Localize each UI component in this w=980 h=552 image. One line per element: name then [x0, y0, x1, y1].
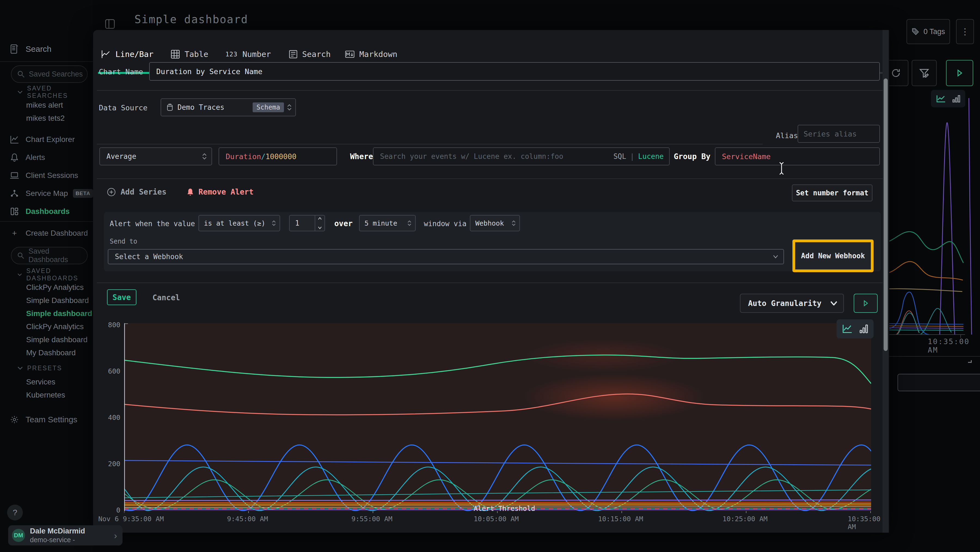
y-tick: 200 — [101, 460, 120, 468]
x-tick: 9:45:00 AM — [227, 515, 268, 523]
toggle-pipe: | — [630, 152, 634, 161]
chart-type-toggle[interactable] — [837, 319, 873, 338]
sidebar-item-client-sessions[interactable]: Client Sessions — [0, 169, 93, 182]
tab-table[interactable]: Table — [171, 49, 208, 59]
tab-markdown[interactable]: Markdown — [345, 49, 398, 59]
user-name: Dale McDiarmid — [30, 527, 85, 535]
saved-dashboard-item[interactable]: My Dashboard — [26, 347, 76, 359]
send-to-label: Send to — [110, 238, 137, 245]
sidebar-item-team-settings[interactable]: Team Settings — [0, 413, 93, 426]
presets-header[interactable]: PRESETS — [18, 363, 62, 373]
sidebar-item-chart-explorer[interactable]: Chart Explorer — [0, 133, 93, 146]
add-webhook-highlight[interactable]: Add New Webhook — [792, 239, 873, 272]
data-source-label: Data Source — [99, 104, 148, 112]
chevron-down-icon — [773, 255, 778, 258]
plus-icon: + — [10, 228, 19, 238]
saved-searches-header[interactable]: SAVED SEARCHES — [18, 87, 93, 97]
alert-window-select[interactable]: 5 minute — [359, 215, 416, 231]
granularity-select[interactable]: Auto Granularity — [740, 294, 844, 313]
webhook-select[interactable]: Select a Webhook — [108, 249, 784, 264]
saved-dashboard-item[interactable]: Simple Dashboard — [26, 295, 89, 306]
remove-alert-button[interactable]: Remove Alert — [186, 187, 253, 196]
modal-scrollbar-thumb[interactable] — [884, 78, 888, 351]
number-123-icon: 123 — [225, 51, 238, 58]
run-chart-button[interactable] — [854, 294, 878, 313]
tags-button[interactable]: 0 Tags — [907, 19, 950, 44]
background-x-label: 10:35:00 AM — [928, 337, 980, 354]
where-search-input[interactable]: Search your events w/ Lucene ex. column:… — [373, 147, 670, 165]
sidebar-item-alerts[interactable]: Alerts — [0, 151, 93, 164]
background-divider — [889, 356, 980, 357]
number-spinner[interactable] — [315, 215, 325, 231]
saved-searches-input[interactable]: Saved Searches — [11, 65, 88, 83]
background-input[interactable] — [897, 374, 980, 391]
bell-icon — [10, 153, 19, 162]
metric-slash: / — [261, 152, 266, 161]
background-chart — [889, 98, 980, 341]
sidebar-item-search[interactable]: Search — [0, 43, 93, 56]
cancel-button[interactable]: Cancel — [153, 293, 180, 302]
group-by-input[interactable]: ServiceName — [715, 147, 880, 165]
x-tick: Nov 6 9:35:00 AM — [98, 515, 164, 523]
tab-search[interactable]: Search — [289, 49, 331, 59]
data-source-select[interactable]: Demo Traces Schema — [161, 98, 296, 116]
alias-input[interactable]: Series alias — [798, 125, 880, 143]
saved-dashboard-item-active[interactable]: Simple dashboard — [26, 308, 92, 320]
avatar: DM — [12, 529, 25, 542]
alert-over-label: over — [334, 219, 353, 228]
kebab-menu-button[interactable]: ⋮ — [956, 19, 974, 44]
sidebar-divider — [0, 221, 93, 222]
sidebar-item-service-map[interactable]: Service Map BETA — [0, 187, 93, 200]
run-query-button[interactable] — [946, 60, 973, 86]
where-label: Where — [350, 152, 373, 161]
saved-dashboard-item[interactable]: ClickPy Analytics — [26, 281, 84, 294]
metric-field-input[interactable]: Duration/1000000 — [219, 147, 337, 165]
tab-number[interactable]: 123 Number — [225, 49, 271, 59]
resize-handle-icon[interactable] — [967, 359, 972, 364]
preset-item[interactable]: Kubernetes — [26, 389, 65, 401]
help-button[interactable]: ? — [7, 504, 23, 520]
laptop-icon — [10, 172, 19, 179]
preset-item[interactable]: Services — [26, 376, 55, 388]
create-dashboard-button[interactable]: + Create Dashboard — [0, 227, 93, 240]
y-tick: 400 — [101, 413, 120, 421]
line-chart-icon — [101, 50, 111, 59]
threshold-label: Alert Threshold — [474, 504, 535, 512]
alert-prefix: Alert when the value — [110, 220, 195, 228]
alert-preview-chart[interactable] — [124, 323, 871, 513]
saved-search-item[interactable]: mikes tets2 — [26, 112, 65, 124]
screen: HyperDX Simple dashboard 0 Tags ⋮ — [0, 0, 980, 552]
saved-dashboards-header[interactable]: SAVED DASHBOARDS — [18, 270, 93, 279]
saved-dashboards-input[interactable]: Saved Dashboards — [11, 247, 88, 264]
refresh-icon — [891, 68, 901, 78]
sql-toggle[interactable]: SQL — [613, 152, 626, 161]
saved-dashboard-item[interactable]: ClickPy Analytics — [26, 321, 84, 333]
tag-icon — [912, 27, 920, 36]
alert-condition-select[interactable]: is at least (≥) — [199, 215, 280, 231]
bar-chart-icon[interactable] — [860, 324, 868, 333]
group-by-label: Group By — [674, 152, 711, 161]
sidebar-divider — [0, 61, 93, 62]
spinner-up-icon — [318, 217, 322, 220]
add-webhook-button[interactable]: Add New Webhook — [801, 252, 865, 260]
schema-badge: Schema — [253, 102, 284, 112]
tab-line-bar[interactable]: Line/Bar — [101, 49, 154, 59]
sidebar-item-dashboards[interactable]: Dashboards — [0, 205, 93, 218]
chart-name-input[interactable]: Duration by Service Name — [149, 62, 880, 81]
saved-search-item[interactable]: mikes alert — [26, 99, 63, 111]
user-chip[interactable]: DM Dale McDiarmid demo-service - › — [8, 525, 123, 546]
lucene-toggle[interactable]: Lucene — [638, 152, 664, 161]
chart-editor-modal: Line/Bar Table 123 Number Search Markdow… — [93, 30, 889, 533]
alert-threshold-input[interactable]: 1 — [289, 215, 325, 231]
aggregation-select[interactable]: Average — [99, 147, 212, 165]
markdown-icon — [345, 50, 355, 58]
set-number-format-button[interactable]: Set number format — [792, 185, 872, 201]
filter-button[interactable] — [912, 60, 937, 86]
chevron-down-icon — [18, 273, 22, 276]
saved-dashboard-item[interactable]: Simple dashboard — [26, 334, 88, 346]
add-series-button[interactable]: Add Series — [107, 187, 167, 196]
save-button[interactable]: Save — [107, 289, 136, 305]
alert-channel-select[interactable]: Webhook — [470, 215, 520, 231]
line-chart-icon[interactable] — [842, 324, 853, 333]
sidebar-toggle-icon[interactable] — [105, 19, 115, 29]
